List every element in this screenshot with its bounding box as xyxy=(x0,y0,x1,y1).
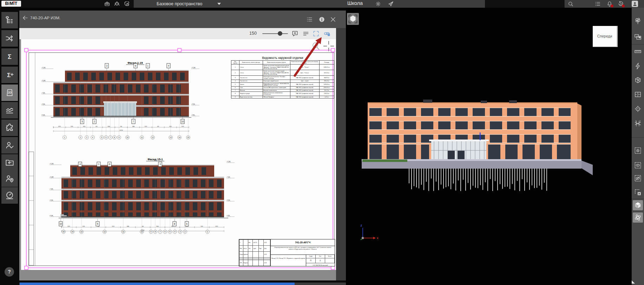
add-comment-icon[interactable] xyxy=(291,30,298,37)
sheet-list-icon[interactable] xyxy=(306,16,313,23)
app-logo[interactable]: BiMiT xyxy=(1,1,21,7)
selection-handle[interactable] xyxy=(25,48,28,52)
bell-icon[interactable] xyxy=(606,1,613,7)
zoom-slider-thumb[interactable] xyxy=(278,31,282,36)
zoom-slider[interactable] xyxy=(262,33,288,34)
table-row: 5ЦокольШтукатурка по утеплителю "ТЕХНОНИ… xyxy=(231,82,334,87)
svg-text:59720: 59720 xyxy=(141,230,145,231)
gear-icon[interactable] xyxy=(375,1,381,7)
axis-bubble: 12 xyxy=(152,136,154,138)
tool-section-box[interactable] xyxy=(633,75,643,85)
tool-floor-plan[interactable] xyxy=(633,89,643,100)
share-icon[interactable] xyxy=(388,1,394,7)
tool-grids-axes[interactable]: 12 xyxy=(633,118,643,129)
sidebar-item-dashboard[interactable] xyxy=(1,187,18,204)
svg-text:Z: Z xyxy=(361,224,362,227)
company-name: ООО "АСПЭК-Интерстрой" xyxy=(306,263,335,266)
list-icon[interactable] xyxy=(594,1,601,7)
facade-marker: 4 xyxy=(79,163,81,165)
link-lock-icon[interactable] xyxy=(323,30,332,37)
svg-text:±0,000: ±0,000 xyxy=(50,215,53,216)
axis-bubble: 6 xyxy=(106,136,107,138)
info-icon[interactable] xyxy=(318,16,325,23)
axis-bubble: 1 xyxy=(64,136,65,138)
tool-measure[interactable] xyxy=(633,46,643,56)
facade-marker: 4 xyxy=(168,65,169,67)
svg-text:3120: 3120 xyxy=(169,126,172,127)
svg-text:-0,450: -0,450 xyxy=(226,215,230,216)
sidebar-item-2d-documents[interactable]: 2D xyxy=(1,84,18,101)
help-button[interactable]: ? xyxy=(5,267,14,277)
tool-orbit[interactable] xyxy=(633,212,643,223)
history-icon[interactable]: 10 xyxy=(618,1,624,7)
view-cube-label: Спереди xyxy=(597,34,612,38)
sidebar-item-totals[interactable]: Σ xyxy=(1,48,18,65)
fit-view-icon[interactable] xyxy=(313,30,320,37)
workspace-selector[interactable]: Базовое пространство xyxy=(157,1,202,6)
orbit-icon xyxy=(634,213,642,222)
drawing-panel-header: 740-20-АР ИЗМ. xyxy=(19,11,346,28)
svg-text:+4,200: +4,200 xyxy=(41,103,45,105)
facade-marker: 1 xyxy=(147,65,149,67)
team-icon[interactable] xyxy=(114,1,120,7)
tool-clear-selection[interactable] xyxy=(633,187,643,197)
selection-handle[interactable] xyxy=(25,266,28,270)
layers-list-icon[interactable] xyxy=(302,30,309,37)
svg-text:6370: 6370 xyxy=(58,126,61,127)
sheet-number: 2 xyxy=(316,258,325,263)
back-icon[interactable] xyxy=(22,15,28,21)
userpin-icon xyxy=(5,174,14,183)
building-model[interactable]: ZX xyxy=(346,8,631,285)
sidebar-item-charts[interactable] xyxy=(1,102,18,118)
facade-marker: 3 xyxy=(159,163,161,165)
table-row: 2СтеныКирпич пустотелый лицевой гладкий … xyxy=(231,70,334,76)
search-icon[interactable] xyxy=(567,1,574,7)
flash-icon xyxy=(634,62,642,70)
svg-text:400: 400 xyxy=(120,126,122,127)
tool-model-view[interactable] xyxy=(633,200,643,210)
stage-value: П xyxy=(306,258,316,263)
svg-text:2: 2 xyxy=(639,120,640,122)
view-cube[interactable]: Спереди xyxy=(593,26,618,47)
sidebar-item-structure[interactable] xyxy=(1,12,18,28)
axis-bubble: 8 xyxy=(114,136,115,138)
sidebar-item-links[interactable] xyxy=(1,30,18,47)
tool-model-tree[interactable] xyxy=(633,16,643,26)
tool-clash[interactable] xyxy=(633,61,643,71)
tool-isolate[interactable] xyxy=(633,145,643,156)
model-viewport[interactable]: ZX Спереди xyxy=(346,8,631,285)
shield-icon[interactable] xyxy=(124,1,130,7)
svg-text:620: 620 xyxy=(157,126,159,127)
profile-icon[interactable] xyxy=(632,1,638,7)
chevron-down-icon[interactable] xyxy=(217,3,221,5)
sidebar-item-plugins[interactable] xyxy=(1,120,18,136)
selection-handle[interactable] xyxy=(331,266,335,270)
briefcase-icon[interactable] xyxy=(104,1,110,7)
puzzle-icon xyxy=(5,123,14,133)
selection-handle[interactable] xyxy=(178,48,181,52)
tool-hide[interactable] xyxy=(633,173,643,183)
tool-locate[interactable] xyxy=(633,104,643,114)
sidebar-item-user-location[interactable] xyxy=(1,170,18,187)
close-icon[interactable] xyxy=(330,16,336,23)
selection-handle[interactable] xyxy=(331,48,335,52)
rulericon-icon xyxy=(634,47,642,55)
drawing-canvas[interactable]: Фасад 1-15123456789101112131415637031204… xyxy=(19,39,336,280)
finish-table-title: Ведомость наружной отделки xyxy=(231,56,334,60)
tree3d-icon xyxy=(634,17,642,25)
right-sidebar: 12 xyxy=(632,8,644,285)
table-header: Поз. отделки xyxy=(231,61,239,65)
sidebar-separator xyxy=(632,137,644,138)
horizontal-scrollbar[interactable] xyxy=(20,283,295,285)
tool-show[interactable] xyxy=(633,160,643,170)
resize-handle[interactable] xyxy=(632,280,635,284)
table-row: 7ВитражиВитражи алюминиевыеRAL 9011 (гра… xyxy=(231,89,334,91)
locate-icon xyxy=(634,105,642,113)
sidebar-item-approvals[interactable] xyxy=(1,137,18,154)
tool-capture-selection[interactable] xyxy=(633,32,643,42)
table-header: Наименование элемента фасада xyxy=(239,61,263,65)
svg-text:+7,420: +7,420 xyxy=(41,92,45,94)
table-header: Площадь xyxy=(319,61,334,65)
sidebar-item-shared-folder[interactable] xyxy=(1,154,18,171)
sidebar-item-totals-add[interactable]: Σ xyxy=(1,67,18,83)
